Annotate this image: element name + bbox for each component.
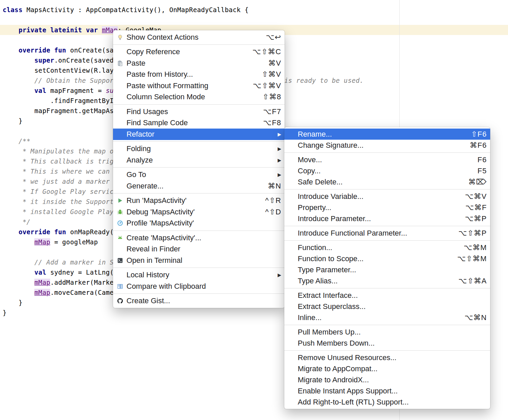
menu-item-label: Find Usages	[126, 107, 255, 116]
menu-separator	[113, 193, 285, 194]
menu-item-local-history[interactable]: Local History▶	[113, 270, 285, 281]
submenu-arrow-icon: ▶	[278, 158, 281, 163]
menu-item-label: Paste	[126, 59, 260, 68]
code-line[interactable]	[0, 15, 508, 25]
menu-item-refactor[interactable]: Refactor▶	[113, 129, 285, 140]
menu-separator	[113, 293, 285, 294]
menu-item-label: Paste without Formatting	[126, 81, 245, 90]
menu-item-generate[interactable]: Generate...⌘N	[113, 180, 285, 192]
menu-item-debug-mapsactivity[interactable]: Debug 'MapsActivity'^⇧D	[113, 206, 285, 218]
menu-item-create-mapsactivity[interactable]: Create 'MapsActivity'...	[113, 232, 285, 244]
menu-item-type-parameter[interactable]: Type Parameter...	[284, 264, 490, 275]
menu-item-label: Reveal in Finder	[126, 245, 281, 253]
menu-item-find-sample-code[interactable]: Find Sample Code⌥F8	[113, 117, 285, 129]
menu-item-remove-unused-resources[interactable]: Remove Unused Resources...	[284, 352, 490, 363]
menu-item-label: Profile 'MapsActivity'	[126, 219, 281, 228]
lightbulb-icon	[117, 34, 126, 40]
menu-item-label: Introduce Functional Parameter...	[298, 229, 450, 238]
menu-item-function-to-scope[interactable]: Function to Scope...⌥⇧⌘M	[284, 253, 490, 264]
code-token	[3, 137, 19, 145]
menu-item-paste[interactable]: Paste⌘V	[113, 58, 285, 69]
code-token: mMap	[34, 279, 50, 286]
code-token: class	[3, 6, 23, 13]
menu-item-label: Property...	[298, 203, 457, 212]
menu-item-shortcut: ⌥⌘P	[465, 214, 487, 223]
submenu-arrow-icon: ▶	[278, 172, 281, 177]
menu-item-find-usages[interactable]: Find Usages⌥F7	[113, 106, 285, 117]
menu-item-inline[interactable]: Inline...⌥⌘N	[284, 312, 490, 323]
menu-item-push-members-down[interactable]: Push Members Down...	[284, 338, 490, 349]
code-token: val	[34, 269, 46, 276]
menu-item-paste-without-formatting[interactable]: Paste without Formatting⌥⇧⌘V	[113, 80, 285, 92]
code-token: /**	[19, 137, 30, 145]
menu-separator	[113, 44, 285, 45]
menu-item-create-gist[interactable]: Create Gist...	[113, 295, 285, 307]
code-token	[3, 87, 34, 94]
code-token	[3, 208, 23, 215]
menu-item-introduce-functional-parameter[interactable]: Introduce Functional Parameter...⌥⇧⌘P	[284, 228, 490, 239]
profile-icon	[117, 220, 126, 226]
menu-item-safe-delete[interactable]: Safe Delete...⌘⌦	[284, 176, 490, 187]
menu-item-shortcut: ⌥⌘N	[465, 313, 487, 322]
menu-item-run-mapsactivity[interactable]: Run 'MapsActivity'^⇧R	[113, 195, 285, 207]
menu-item-profile-mapsactivity[interactable]: Profile 'MapsActivity'	[113, 218, 285, 229]
menu-item-shortcut: ⌘⌦	[468, 178, 487, 186]
code-token	[3, 178, 23, 185]
menu-item-shortcut: ⌘V	[268, 59, 281, 68]
menu-item-shortcut: ⇧F6	[471, 130, 487, 139]
menu-item-compare-with-clipboard[interactable]: Compare with Clipboard	[113, 281, 285, 292]
menu-item-extract-interface[interactable]: Extract Interface...	[284, 290, 490, 301]
menu-item-label: Local History	[126, 271, 269, 279]
menu-item-label: Pull Members Up...	[298, 328, 487, 337]
menu-item-change-signature[interactable]: Change Signature...⌘F6	[284, 140, 490, 151]
menu-item-label: Add Right-to-Left (RTL) Support...	[298, 398, 487, 407]
menu-item-column-selection-mode[interactable]: Column Selection Mode⇧⌘8	[113, 92, 285, 103]
code-token	[98, 26, 102, 34]
menu-item-add-right-to-left-rtl-support[interactable]: Add Right-to-Left (RTL) Support...	[284, 396, 490, 408]
menu-item-migrate-to-androidx[interactable]: Migrate to AndroidX...	[284, 374, 490, 385]
menu-item-shortcut: ⌥⇧⌘C	[252, 47, 281, 56]
menu-item-pull-members-up[interactable]: Pull Members Up...	[284, 326, 490, 338]
menu-item-reveal-in-finder[interactable]: Reveal in Finder	[113, 244, 285, 255]
menu-item-show-context-actions[interactable]: Show Context Actions⌥↩	[113, 32, 285, 43]
menu-item-type-alias[interactable]: Type Alias...⌥⇧⌘A	[284, 275, 490, 286]
menu-item-copy-reference[interactable]: Copy Reference⌥⇧⌘C	[113, 46, 285, 58]
menu-item-analyze[interactable]: Analyze▶	[113, 154, 285, 166]
menu-item-label: Generate...	[126, 182, 260, 190]
menu-item-label: Type Alias...	[298, 277, 450, 285]
menu-item-extract-superclass[interactable]: Extract Superclass...	[284, 301, 490, 312]
menu-item-folding[interactable]: Folding▶	[113, 143, 285, 155]
menu-item-open-in-terminal[interactable]: Open in Terminal	[113, 255, 285, 266]
menu-item-copy[interactable]: Copy...F5	[284, 165, 490, 176]
menu-item-label: Inline...	[298, 313, 457, 322]
code-token	[3, 269, 34, 276]
menu-item-migrate-to-appcompat[interactable]: Migrate to AppCompat...	[284, 363, 490, 374]
menu-item-property[interactable]: Property...⌥⌘F	[284, 202, 490, 213]
menu-item-label: Debug 'MapsActivity'	[126, 208, 257, 216]
code-token	[3, 46, 19, 54]
menu-item-label: Change Signature...	[298, 141, 462, 150]
menu-item-introduce-parameter[interactable]: Introduce Parameter...⌥⌘P	[284, 213, 490, 224]
menu-separator	[284, 288, 490, 288]
menu-item-label: Function...	[298, 243, 456, 252]
menu-item-label: Introduce Variable...	[298, 192, 457, 201]
menu-item-label: Create Gist...	[126, 296, 281, 305]
menu-item-enable-instant-apps-support[interactable]: Enable Instant Apps Support...	[284, 385, 490, 396]
menu-item-label: Paste from History...	[126, 70, 254, 79]
code-token	[3, 238, 34, 246]
menu-item-label: Find Sample Code	[126, 118, 255, 127]
menu-item-label: Go To	[126, 170, 269, 179]
menu-item-label: Copy Reference	[126, 47, 244, 56]
menu-item-go-to[interactable]: Go To▶	[113, 169, 285, 181]
code-line[interactable]: class MapsActivity : AppCompatActivity()…	[0, 5, 508, 15]
menu-item-rename[interactable]: Rename...⇧F6	[284, 129, 490, 140]
menu-item-paste-from-history[interactable]: Paste from History...⇧⌘V	[113, 69, 285, 80]
code-token: override fun	[19, 228, 66, 236]
menu-item-label: Remove Unused Resources...	[298, 353, 487, 362]
menu-item-function[interactable]: Function...⌥⌘M	[284, 242, 490, 253]
menu-item-shortcut: ^⇧D	[265, 208, 281, 216]
menu-item-introduce-variable[interactable]: Introduce Variable...⌥⌘V	[284, 191, 490, 202]
menu-item-label: Extract Superclass...	[298, 302, 487, 311]
menu-separator	[113, 141, 285, 142]
menu-item-move[interactable]: Move...F6	[284, 154, 490, 165]
